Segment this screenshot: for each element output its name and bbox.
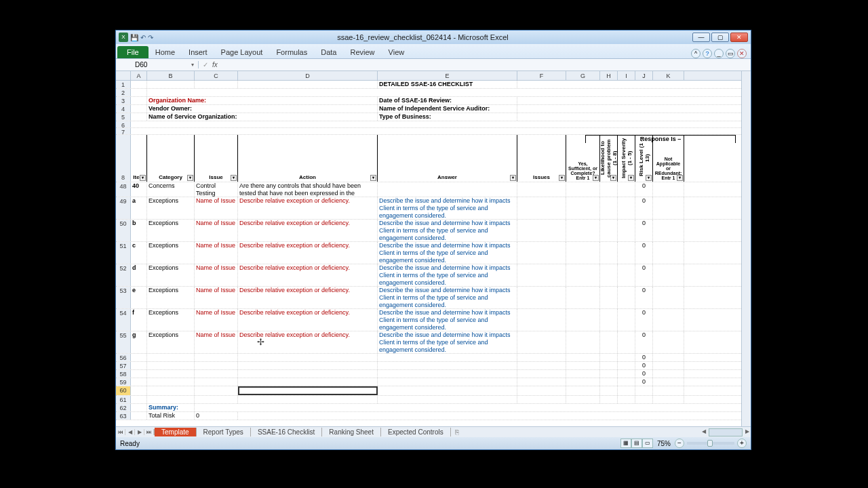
cell[interactable]: f	[131, 309, 147, 331]
col-header-E[interactable]: E	[378, 71, 517, 80]
cell[interactable]: Name of Issue	[195, 264, 238, 286]
th-risk[interactable]: Risk Level (1 - 13)▾	[635, 135, 653, 182]
cell[interactable]: Exceptions	[147, 331, 195, 353]
cell[interactable]: Describe the issue and determine how it …	[378, 264, 517, 286]
th-answer[interactable]: Answer▾	[378, 135, 517, 182]
cell[interactable]: 0	[635, 197, 653, 219]
cell[interactable]: 0	[635, 220, 653, 241]
cell[interactable]	[517, 354, 566, 361]
row-header[interactable]: 49	[116, 197, 131, 219]
cell[interactable]	[618, 242, 635, 264]
col-header-D[interactable]: D	[238, 71, 378, 80]
vertical-scrollbar[interactable]	[741, 71, 751, 426]
cell[interactable]	[517, 396, 566, 403]
cell[interactable]	[517, 242, 566, 264]
cell[interactable]	[618, 331, 635, 353]
cell[interactable]	[147, 354, 195, 361]
cell[interactable]	[653, 242, 684, 264]
redo-icon[interactable]: ↷	[148, 34, 153, 41]
cell[interactable]: Exceptions	[147, 197, 195, 219]
cell[interactable]: Name of Issue	[195, 309, 238, 331]
th-likelihood[interactable]: Likelihood to cause problem (1 - 8)▾	[600, 135, 618, 182]
tab-next-icon[interactable]: ▶	[135, 429, 144, 435]
save-icon[interactable]: 💾	[130, 34, 138, 41]
cell[interactable]: Describe relative exception or deficienc…	[238, 287, 378, 308]
cell[interactable]: 0	[635, 242, 653, 264]
undo-icon[interactable]: ↶	[140, 34, 146, 41]
cell[interactable]	[566, 396, 600, 403]
cell[interactable]	[378, 370, 517, 378]
cell[interactable]	[653, 331, 684, 353]
minimize-ribbon-icon[interactable]: ^	[691, 49, 701, 58]
cell[interactable]	[517, 264, 566, 286]
cell[interactable]: 0	[635, 354, 653, 361]
cell[interactable]	[618, 264, 635, 286]
cell[interactable]	[618, 197, 635, 219]
cell[interactable]	[378, 396, 517, 403]
row-header[interactable]: 58	[116, 370, 131, 378]
cell[interactable]	[131, 362, 147, 369]
cell[interactable]	[635, 386, 653, 395]
row-header[interactable]: 55	[116, 331, 131, 353]
filter-icon[interactable]: ▾	[231, 175, 237, 181]
cell[interactable]	[653, 354, 684, 361]
cell[interactable]	[618, 386, 635, 395]
cell[interactable]	[566, 370, 600, 378]
row-header[interactable]: 63	[116, 412, 131, 420]
th-item[interactable]: Item▾	[131, 135, 147, 182]
ribbon-tab-home[interactable]: Home	[149, 46, 182, 58]
cell[interactable]: Describe relative exception or deficienc…	[238, 197, 378, 219]
cell[interactable]	[566, 331, 600, 353]
filter-icon[interactable]: ▾	[677, 175, 683, 181]
tab-last-icon[interactable]: ⏭	[144, 429, 154, 435]
col-header-H[interactable]: H	[600, 71, 618, 80]
col-header-A[interactable]: A	[131, 71, 147, 80]
cell[interactable]	[618, 220, 635, 241]
cell[interactable]	[195, 362, 238, 369]
cell[interactable]: 0	[635, 370, 653, 378]
filter-icon[interactable]: ▾	[628, 175, 634, 181]
cell[interactable]: Concerns	[147, 182, 195, 197]
cell[interactable]	[600, 309, 618, 331]
cell[interactable]: Name of Issue	[195, 331, 238, 353]
pagebreak-view-icon[interactable]: ▭	[642, 439, 653, 448]
tab-prev-icon[interactable]: ◀	[125, 429, 135, 435]
cell[interactable]	[600, 242, 618, 264]
cell[interactable]	[195, 354, 238, 361]
filter-icon[interactable]: ▾	[187, 175, 193, 181]
cell[interactable]	[653, 182, 684, 197]
cell[interactable]: 0	[635, 378, 653, 386]
cell[interactable]: Name of Issue	[195, 220, 238, 241]
row-header[interactable]: 48	[116, 182, 131, 197]
cell[interactable]	[653, 362, 684, 369]
cell[interactable]: Total Risk	[147, 412, 195, 420]
cell[interactable]	[517, 331, 566, 353]
cell[interactable]	[600, 182, 618, 197]
normal-view-icon[interactable]: ▦	[620, 439, 631, 448]
cell[interactable]	[238, 362, 378, 369]
cell[interactable]	[147, 396, 195, 403]
cell[interactable]: Describe relative exception or deficienc…	[238, 331, 378, 353]
th-issues[interactable]: Issues▾	[517, 135, 566, 182]
ribbon-tab-view[interactable]: View	[382, 46, 412, 58]
filter-icon[interactable]: ▾	[140, 175, 146, 181]
sheet-tab[interactable]: Expected Controls	[381, 428, 451, 436]
cell[interactable]	[653, 264, 684, 286]
cell[interactable]	[238, 396, 378, 403]
cell[interactable]: 0	[195, 412, 238, 420]
cell[interactable]	[566, 354, 600, 361]
filter-icon[interactable]: ▾	[593, 175, 599, 181]
cell[interactable]	[600, 386, 618, 395]
filter-icon[interactable]: ▾	[610, 175, 616, 181]
cell[interactable]	[566, 287, 600, 308]
cell[interactable]	[600, 396, 618, 403]
cell[interactable]: 40	[131, 182, 147, 197]
cell[interactable]: 0	[635, 264, 653, 286]
cell[interactable]: Describe the issue and determine how it …	[378, 309, 517, 331]
filter-icon[interactable]: ▾	[510, 175, 516, 181]
cell[interactable]: Describe the issue and determine how it …	[378, 220, 517, 241]
pagelayout-view-icon[interactable]: ▤	[631, 439, 642, 448]
zoom-out-button[interactable]: −	[675, 439, 684, 448]
doc-minimize-icon[interactable]: _	[714, 49, 724, 58]
row-header[interactable]: 59	[116, 378, 131, 386]
